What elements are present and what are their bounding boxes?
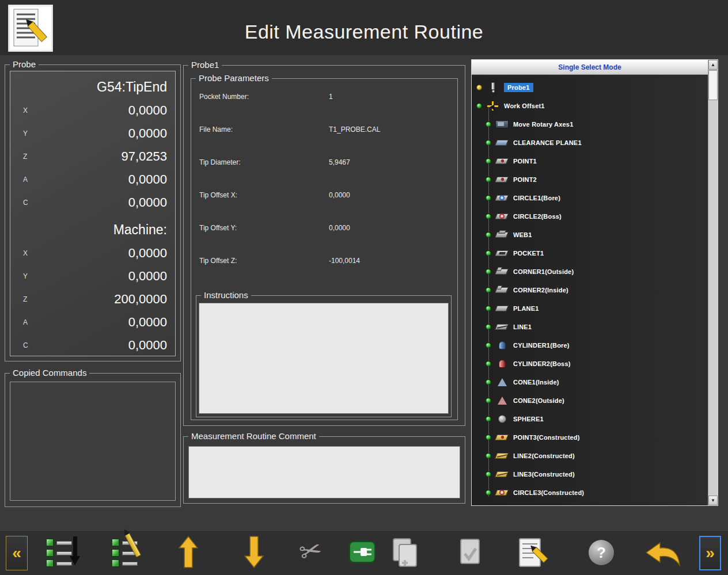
tree-item-line3-constructed[interactable]: LINE3(Constructed) <box>472 465 708 483</box>
previous-page-button[interactable]: « <box>6 536 28 570</box>
green-status-dot-icon <box>486 306 491 311</box>
parameter-name: Pocket Number: <box>199 93 329 125</box>
tree-item-label: CORNER1(Outside) <box>513 268 574 275</box>
tree-item-label: CYLINDER1(Bore) <box>513 342 570 349</box>
axis-value: 0,0000 <box>37 191 167 214</box>
insert-command-button[interactable] <box>349 541 376 563</box>
instructions-label: Instructions <box>201 290 251 300</box>
tree-item-label: Move Rotary Axes1 <box>513 121 573 128</box>
move-down-button[interactable] <box>244 535 264 569</box>
tree-item-point2[interactable]: POINT2 <box>472 170 708 189</box>
tree-item-cone1-inside[interactable]: CONE1(Inside) <box>472 373 708 391</box>
tree-item-label: CYLINDER2(Boss) <box>513 360 571 367</box>
help-button[interactable]: ? <box>589 540 614 565</box>
tree-item-circle3-constructed[interactable]: CIRCLE3(Constructed) <box>472 483 708 502</box>
tree-item-label: Probe1 <box>504 83 533 92</box>
scroll-down-button[interactable]: ▼ <box>708 496 718 505</box>
axis-value: 97,0253 <box>37 145 167 168</box>
routine-comment-textbox[interactable] <box>188 446 460 498</box>
green-status-dot-icon <box>486 324 491 330</box>
tree-scrollbar[interactable]: ▲ ▼ <box>708 60 718 505</box>
cut-button[interactable]: ✂ <box>299 538 322 564</box>
axis-label: Z <box>14 145 37 168</box>
edit-command-button[interactable] <box>516 535 549 571</box>
paste-check-icon <box>454 536 485 570</box>
axis-label: C <box>14 191 37 214</box>
probe1-group: Probe1 Probe Parameters Pocket Number:1F… <box>183 65 465 426</box>
scrollbar-thumb[interactable] <box>708 70 718 100</box>
paste-button[interactable] <box>454 536 485 570</box>
tree-item-label: WEB1 <box>513 231 532 238</box>
clearance-plane-icon <box>495 138 510 148</box>
tree-item-cylinder1-bore[interactable]: CYLINDER1(Bore) <box>472 336 708 355</box>
tree-item-cone2-outside[interactable]: CONE2(Outside) <box>472 391 708 410</box>
axis-readout-row: Z200,0000 <box>14 288 167 311</box>
parameter-name: Tip Offset Z: <box>199 257 329 290</box>
copy-button[interactable] <box>390 536 422 570</box>
edit-list-button[interactable] <box>111 536 145 570</box>
parameter-row: Tip Offset Z:-100,0014 <box>199 257 452 290</box>
tree-item-circle1-bore[interactable]: CIRCLE1(Bore) <box>472 189 708 207</box>
next-page-button[interactable]: » <box>699 536 721 570</box>
routine-comment-group: Measurement Routine Comment <box>183 436 465 504</box>
tree-item-point1[interactable]: POINT1 <box>472 152 708 170</box>
parameter-name: Tip Offset Y: <box>199 224 329 257</box>
line-icon <box>495 322 510 332</box>
web-icon <box>495 230 510 240</box>
tree-item-line1[interactable]: LINE1 <box>472 318 708 336</box>
axis-label: A <box>14 168 37 191</box>
axis-readout-row: A0,0000 <box>14 311 167 334</box>
tree-item-move-rotary-axes1[interactable]: Move Rotary Axes1 <box>472 115 708 134</box>
move-up-button[interactable] <box>179 535 198 569</box>
rotary-axes-icon <box>495 119 510 130</box>
tip-coordinate-system-header: G54:TipEnd <box>14 75 167 99</box>
tree-item-web1[interactable]: WEB1 <box>472 226 708 244</box>
parameter-name: Tip Offset X: <box>199 191 329 224</box>
plane-icon <box>495 303 510 314</box>
tree-item-line2-constructed[interactable]: LINE2(Constructed) <box>472 447 708 465</box>
axis-value: 0,0000 <box>37 242 167 265</box>
axis-label: X <box>14 99 37 122</box>
instructions-textbox[interactable] <box>199 303 449 414</box>
green-status-dot-icon <box>486 232 491 238</box>
expand-list-button[interactable] <box>45 536 79 570</box>
scroll-up-button[interactable]: ▲ <box>708 60 718 70</box>
copied-commands-group: Copied Commands <box>5 373 181 507</box>
tree-item-clearance-plane1[interactable]: CLEARANCE PLANE1 <box>472 134 708 152</box>
tree-item-label: CLEARANCE PLANE1 <box>513 139 582 146</box>
green-status-dot-icon <box>486 195 491 201</box>
down-arrow-icon <box>244 535 264 569</box>
cylinder-bore-icon <box>495 340 510 351</box>
tree-item-probe1[interactable]: Probe1 <box>472 78 708 97</box>
tree-item-label: POINT2 <box>513 176 537 183</box>
edit-document-icon <box>516 535 549 571</box>
machine-coordinates-header: Machine: <box>14 218 167 242</box>
selection-mode-header[interactable]: Single Select Mode <box>472 60 708 75</box>
tree-item-pocket1[interactable]: POCKET1 <box>472 244 708 262</box>
probe-group-label: Probe <box>10 59 39 69</box>
green-status-dot-icon <box>486 250 491 256</box>
copied-commands-list[interactable] <box>10 382 176 501</box>
tree-item-corner2-inside[interactable]: CORNER2(Inside) <box>472 281 708 299</box>
tree-item-cylinder2-boss[interactable]: CYLINDER2(Boss) <box>472 355 708 373</box>
instructions-group: Instructions <box>196 295 452 417</box>
tree-item-label: CONE1(Inside) <box>513 379 559 386</box>
tree-item-sphere1[interactable]: SPHERE1 <box>472 410 708 428</box>
tree-item-point3-constructed[interactable]: POINT3(Constructed) <box>472 428 708 447</box>
return-button[interactable] <box>644 541 682 568</box>
parameter-value: 0,0000 <box>329 224 350 257</box>
tree-item-label: POINT1 <box>513 158 537 165</box>
tree-item-label: Work Offset1 <box>504 102 545 109</box>
parameter-value: -100,0014 <box>329 257 360 290</box>
axis-label: Y <box>14 122 37 145</box>
tree-item-work-offset1[interactable]: Work Offset1 <box>472 97 708 115</box>
yellow-status-dot-icon <box>476 85 482 90</box>
tree-item-circle2-boss[interactable]: CIRCLE2(Boss) <box>472 207 708 226</box>
axis-value: 0,0000 <box>37 168 167 191</box>
tree-item-corner1-outside[interactable]: CORNER1(Outside) <box>472 262 708 281</box>
axis-readout-row: A0,0000 <box>14 168 167 191</box>
tree-item-plane1[interactable]: PLANE1 <box>472 299 708 318</box>
axis-value: 0,0000 <box>37 122 167 145</box>
tree-item-label: SPHERE1 <box>513 416 544 422</box>
circle-constructed-icon <box>495 488 510 498</box>
